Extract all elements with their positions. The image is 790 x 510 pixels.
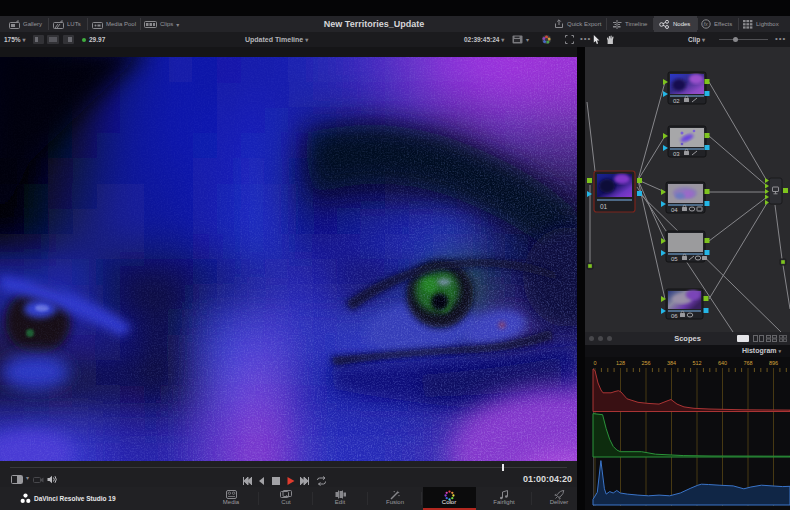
svg-text:384: 384 <box>667 360 676 366</box>
svg-text:fx: fx <box>704 21 709 27</box>
svg-text:03: 03 <box>673 151 680 157</box>
svg-text:768: 768 <box>743 360 752 366</box>
svg-text:05: 05 <box>671 256 678 262</box>
svg-text:01: 01 <box>600 203 608 210</box>
svg-text:640: 640 <box>718 360 727 366</box>
svg-text:06: 06 <box>671 313 678 319</box>
svg-text:02: 02 <box>673 98 680 104</box>
svg-text:0: 0 <box>593 360 596 366</box>
svg-text:256: 256 <box>641 360 650 366</box>
svg-text:04: 04 <box>671 207 678 213</box>
svg-text:512: 512 <box>692 360 701 366</box>
svg-text:896: 896 <box>769 360 778 366</box>
svg-text:128: 128 <box>616 360 625 366</box>
